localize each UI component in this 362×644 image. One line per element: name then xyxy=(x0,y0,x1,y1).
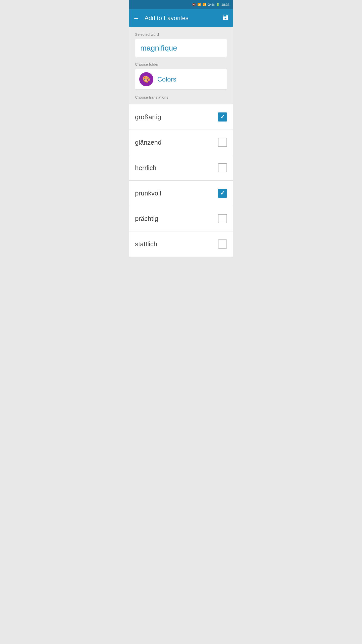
checkbox-grossartig[interactable] xyxy=(218,112,227,122)
choose-folder-label: Choose folder xyxy=(135,62,227,66)
status-bar: 🔇 📶 📶 34% 🔋 18:33 xyxy=(129,0,233,9)
translation-word: glänzend xyxy=(135,139,162,146)
folder-icon-circle: 🎨 xyxy=(139,72,153,86)
content-area: Selected word magnifique Choose folder 🎨… xyxy=(129,27,233,104)
folder-selector[interactable]: 🎨 Colors xyxy=(135,69,227,90)
back-button[interactable]: ← xyxy=(133,14,140,22)
list-item[interactable]: prunkvoll xyxy=(129,181,233,206)
list-item[interactable]: glänzend xyxy=(129,130,233,155)
app-bar: ← Add to Favorites xyxy=(129,9,233,27)
checkbox-herrlich[interactable] xyxy=(218,163,227,172)
checkbox-prachtig[interactable] xyxy=(218,214,227,223)
status-icons: 🔇 📶 📶 34% 🔋 18:33 xyxy=(192,3,230,7)
app-bar-left: ← Add to Favorites xyxy=(133,14,189,22)
time-text: 18:33 xyxy=(221,3,230,7)
wifi-icon: 📶 xyxy=(197,3,201,6)
signal-icon: 📶 xyxy=(203,3,206,6)
translation-word: herrlich xyxy=(135,164,156,172)
checkbox-prunkvoll[interactable] xyxy=(218,189,227,198)
battery-icon: 🔋 xyxy=(216,3,220,6)
translation-word: prächtig xyxy=(135,215,158,223)
folder-section: Choose folder 🎨 Colors xyxy=(135,62,227,90)
choose-translations-label: Choose translations xyxy=(135,92,227,100)
save-button[interactable] xyxy=(222,14,229,22)
list-item[interactable]: prächtig xyxy=(129,206,233,231)
palette-icon: 🎨 xyxy=(142,75,150,83)
checkbox-stattlich[interactable] xyxy=(218,239,227,249)
translation-word: stattlich xyxy=(135,240,157,248)
translation-word: großartig xyxy=(135,113,161,121)
page-title: Add to Favorites xyxy=(145,15,189,22)
word-input-box: magnifique xyxy=(135,39,227,57)
list-item[interactable]: herrlich xyxy=(129,155,233,181)
folder-name: Colors xyxy=(157,75,176,83)
translations-list: großartig glänzend herrlich prunkvoll pr… xyxy=(129,104,233,257)
battery-text: 34% xyxy=(208,3,214,7)
list-item[interactable]: stattlich xyxy=(129,231,233,257)
selected-word-label: Selected word xyxy=(135,32,227,36)
list-item[interactable]: großartig xyxy=(129,104,233,130)
selected-word-text: magnifique xyxy=(140,44,177,52)
checkbox-glanzend[interactable] xyxy=(218,138,227,147)
mute-icon: 🔇 xyxy=(192,3,196,6)
translation-word: prunkvoll xyxy=(135,189,161,197)
